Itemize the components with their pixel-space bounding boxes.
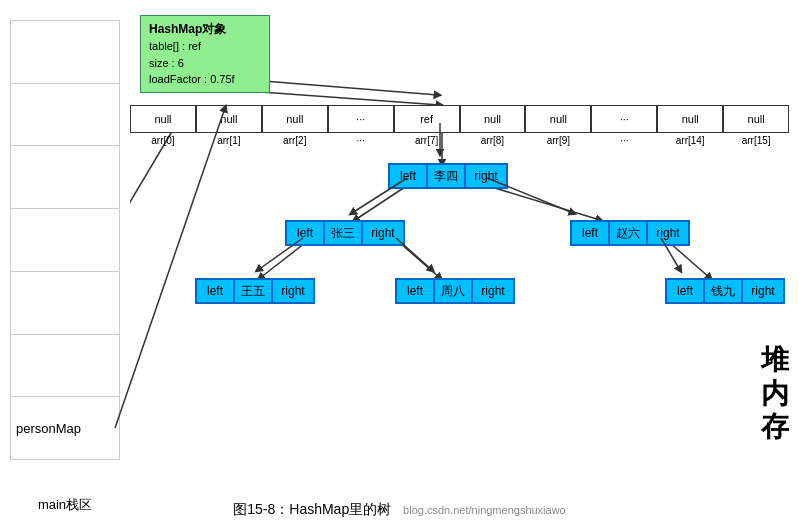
node-zhangsan-left: left [285,220,323,246]
node-wangwu-right: right [273,278,315,304]
stack-cell-3 [11,146,119,209]
node-lisi-right: right [466,163,508,189]
stack-cell-5 [11,272,119,335]
svg-line-4 [485,185,600,220]
array-cell-dots1: ··· [328,105,394,133]
node-wangwu-name: 王五 [233,278,273,304]
arr-label-2: arr[2] [262,135,328,146]
node-lisi: left 李四 right [388,163,508,189]
diagram-area: HashMap对象 table[] : ref size : 6 loadFac… [130,10,789,474]
hashmap-line2: size : 6 [149,55,261,72]
svg-line-7 [670,243,710,278]
hashmap-line3: loadFactor : 0.75f [149,71,261,88]
node-zhaoliu-name: 赵六 [608,220,648,246]
node-lisi-name: 李四 [426,163,466,189]
stack-cells: personMap [10,20,120,460]
arr-label-7: arr[7] [394,135,460,146]
array-cell-9: null [525,105,591,133]
caption-text: 图15-8：HashMap里的树 [233,501,391,517]
caption: 图15-8：HashMap里的树 blog.csdn.net/ningmengs… [0,501,799,519]
node-zhouba: left 周八 right [395,278,515,304]
svg-line-5 [260,243,305,278]
array-row: null null null ··· ref null null ··· nul… [130,105,789,133]
stack-cell-1 [11,21,119,84]
node-qianjiu: left 钱九 right [665,278,785,304]
main-container: personMap main栈区 [0,0,799,524]
hashmap-title: HashMap对象 [149,20,261,38]
stack-area: personMap [10,20,120,460]
array-labels: arr[0] arr[1] arr[2] ··· arr[7] arr[8] a… [130,135,789,146]
node-zhangsan-right: right [363,220,405,246]
caption-suffix: blog.csdn.net/ningmengshuxiawo [403,504,566,516]
node-zhaoliu-left: left [570,220,608,246]
node-qianjiu-right: right [743,278,785,304]
node-zhaoliu-right: right [648,220,690,246]
node-qianjiu-name: 钱九 [703,278,743,304]
arr-label-8: arr[8] [460,135,526,146]
node-qianjiu-left: left [665,278,703,304]
svg-line-8 [130,118,180,400]
stack-cell-2 [11,84,119,147]
arr-label-0: arr[0] [130,135,196,146]
array-cell-ref: ref [394,105,460,133]
hashmap-line1: table[] : ref [149,38,261,55]
node-zhaoliu: left 赵六 right [570,220,690,246]
array-cell-14: null [657,105,723,133]
svg-line-3 [355,185,408,220]
array-cell-dots2: ··· [591,105,657,133]
node-zhouba-name: 周八 [433,278,473,304]
array-cell-1: null [196,105,262,133]
stack-cell-4 [11,209,119,272]
stack-cell-6 [11,335,119,398]
arr-label-9: arr[9] [525,135,591,146]
node-wangwu-left: left [195,278,233,304]
heap-label: 堆内存 [761,343,789,444]
array-cell-2: null [262,105,328,133]
arr-label-14: arr[14] [657,135,723,146]
arr-label-dots2: ··· [591,135,657,146]
array-cell-0: null [130,105,196,133]
hashmap-box: HashMap对象 table[] : ref size : 6 loadFac… [140,15,270,93]
arr-label-1: arr[1] [196,135,262,146]
stack-cell-personmap: personMap [11,397,119,459]
array-cell-8: null [460,105,526,133]
arr-label-dots1: ··· [328,135,394,146]
array-cell-15: null [723,105,789,133]
node-lisi-left: left [388,163,426,189]
node-wangwu: left 王五 right [195,278,315,304]
node-zhangsan-name: 张三 [323,220,363,246]
arr-label-15: arr[15] [723,135,789,146]
svg-line-6 [400,243,440,278]
node-zhangsan: left 张三 right [285,220,405,246]
node-zhouba-left: left [395,278,433,304]
node-zhouba-right: right [473,278,515,304]
